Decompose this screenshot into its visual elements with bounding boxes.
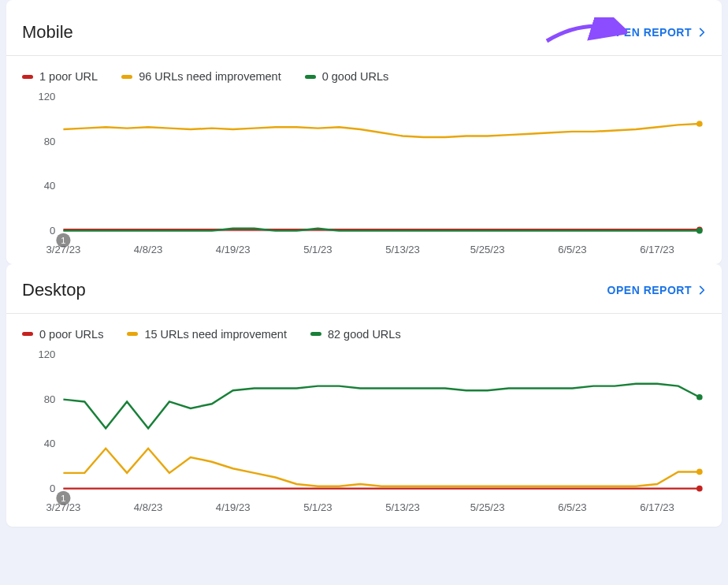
series-needs <box>63 449 699 486</box>
chart-area: 0408012013/27/234/8/234/19/235/1/235/13/… <box>6 88 722 258</box>
legend-swatch-needs-icon <box>127 332 138 336</box>
series-needs-endpoint <box>696 121 703 127</box>
x-tick-label: 5/13/23 <box>385 244 420 255</box>
legend-item-good[interactable]: 82 good URLs <box>310 328 401 341</box>
chart-legend: 0 poor URLs15 URLs need improvement82 go… <box>6 314 722 345</box>
y-tick-label: 0 <box>50 483 55 494</box>
legend-label: 82 good URLs <box>328 328 401 341</box>
x-tick-label: 6/17/23 <box>640 244 674 255</box>
series-needs-endpoint <box>696 469 703 475</box>
y-tick-label: 80 <box>44 136 56 147</box>
open-report-button[interactable]: OPEN REPORT <box>607 284 708 296</box>
x-tick-label: 5/1/23 <box>303 501 332 513</box>
legend-label: 0 poor URLs <box>39 328 103 341</box>
legend-swatch-good-icon <box>305 75 316 79</box>
legend-item-poor[interactable]: 1 poor URL <box>22 70 98 83</box>
chevron-right-icon <box>696 285 708 296</box>
x-tick-label: 6/5/23 <box>558 501 586 513</box>
legend-label: 0 good URLs <box>322 70 389 83</box>
y-tick-label: 40 <box>44 180 56 192</box>
x-tick-label: 3/27/23 <box>46 244 81 255</box>
legend-label: 96 URLs need improvement <box>139 70 281 83</box>
y-tick-label: 80 <box>44 393 56 405</box>
x-tick-label: 5/1/23 <box>303 244 332 255</box>
legend-swatch-good-icon <box>310 332 321 336</box>
y-tick-label: 0 <box>50 225 55 237</box>
x-tick-label: 5/25/23 <box>470 244 505 255</box>
x-tick-label: 3/27/23 <box>46 501 81 513</box>
line-chart: 0408012013/27/234/8/234/19/235/1/235/13/… <box>28 348 712 516</box>
series-poor-endpoint <box>696 486 703 492</box>
line-chart: 0408012013/27/234/8/234/19/235/1/235/13/… <box>28 91 712 258</box>
x-tick-label: 4/8/23 <box>134 501 162 513</box>
legend-item-poor[interactable]: 0 poor URLs <box>22 328 103 341</box>
x-tick-label: 4/19/23 <box>216 244 251 255</box>
legend-swatch-poor-icon <box>22 75 33 79</box>
series-good-endpoint <box>696 394 703 401</box>
series-needs <box>63 124 699 137</box>
y-tick-label: 40 <box>44 438 56 449</box>
x-tick-label: 5/13/23 <box>385 501 420 513</box>
y-tick-label: 120 <box>38 348 55 360</box>
legend-label: 1 poor URL <box>39 70 98 83</box>
legend-item-needs[interactable]: 15 URLs need improvement <box>127 328 287 341</box>
panel-mobile: MobileOPEN REPORT 1 poor URL96 URLs need… <box>6 0 722 264</box>
chart-area: 0408012013/27/234/8/234/19/235/1/235/13/… <box>6 345 722 516</box>
legend-label: 15 URLs need improvement <box>144 328 287 341</box>
legend-swatch-needs-icon <box>121 75 132 79</box>
series-good <box>63 384 699 429</box>
legend-item-needs[interactable]: 96 URLs need improvement <box>121 70 281 83</box>
x-tick-label: 4/8/23 <box>134 244 162 255</box>
x-tick-label: 4/19/23 <box>216 501 251 513</box>
panel-title: Mobile <box>22 22 73 43</box>
chart-legend: 1 poor URL96 URLs need improvement0 good… <box>6 56 722 88</box>
panel-header: DesktopOPEN REPORT <box>6 264 722 314</box>
open-report-label: OPEN REPORT <box>607 26 692 39</box>
legend-swatch-poor-icon <box>22 332 33 336</box>
x-tick-label: 6/5/23 <box>558 244 586 255</box>
panel-title: Desktop <box>22 280 86 300</box>
open-report-label: OPEN REPORT <box>607 284 692 296</box>
x-tick-label: 6/17/23 <box>640 501 674 513</box>
open-report-button[interactable]: OPEN REPORT <box>607 26 708 39</box>
y-tick-label: 120 <box>38 91 55 102</box>
series-good-endpoint <box>696 228 703 234</box>
x-tick-label: 5/25/23 <box>470 501 505 513</box>
legend-item-good[interactable]: 0 good URLs <box>305 70 389 83</box>
panel-desktop: DesktopOPEN REPORT0 poor URLs15 URLs nee… <box>6 264 722 527</box>
chevron-right-icon <box>696 27 708 38</box>
panel-header: MobileOPEN REPORT <box>6 6 722 56</box>
